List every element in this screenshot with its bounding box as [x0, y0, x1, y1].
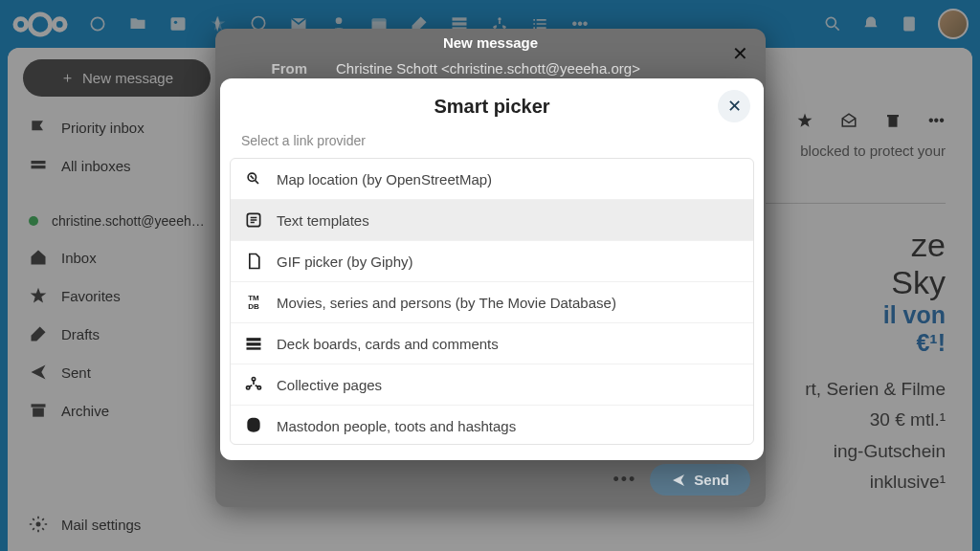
picker-item-gif[interactable]: GIF picker (by Giphy) [231, 241, 753, 282]
close-icon[interactable]: ✕ [732, 42, 748, 65]
deck-icon [244, 334, 263, 353]
tmdb-icon: TMDB [244, 293, 263, 312]
send-button[interactable]: Send [650, 464, 750, 496]
picker-item-label: Collective pages [277, 377, 382, 393]
smart-picker-modal: Smart picker ✕ Select a link provider Ma… [220, 78, 764, 460]
picker-item-label: GIF picker (by Giphy) [277, 253, 413, 270]
svg-point-28 [252, 378, 255, 381]
picker-item-label: Map location (by OpenStreetMap) [277, 171, 492, 187]
from-label: From [254, 60, 307, 77]
picker-item-label: Text templates [277, 212, 369, 229]
send-label: Send [694, 472, 729, 488]
picker-subtitle: Select a link provider [220, 127, 764, 158]
compose-more-icon[interactable]: ••• [612, 470, 636, 490]
picker-list: Map location (by OpenStreetMap) Text tem… [230, 158, 754, 445]
picker-item-movies[interactable]: TMDB Movies, series and persons (by The … [231, 282, 753, 323]
compose-title: New message [215, 29, 766, 55]
close-icon[interactable]: ✕ [718, 90, 750, 122]
picker-item-label: Deck boards, cards and comments [277, 336, 499, 352]
picker-title: Smart picker [239, 96, 745, 118]
text-icon [244, 210, 263, 230]
picker-item-label: Mastodon people, toots and hashtags [277, 418, 516, 434]
svg-rect-26 [247, 342, 261, 345]
picker-item-label: Movies, series and persons (by The Movie… [277, 295, 616, 311]
from-value: Christine Schott <christine.schott@yeeeh… [336, 60, 640, 77]
svg-rect-25 [247, 338, 261, 341]
mastodon-icon [244, 416, 263, 435]
picker-item-map[interactable]: Map location (by OpenStreetMap) [231, 159, 753, 200]
picker-item-deck[interactable]: Deck boards, cards and comments [231, 323, 753, 364]
file-icon [244, 252, 263, 271]
svg-rect-27 [247, 347, 261, 350]
picker-item-text-templates[interactable]: Text templates [231, 200, 753, 241]
picker-item-collective[interactable]: Collective pages [231, 364, 753, 406]
collective-icon [244, 375, 263, 394]
map-search-icon [244, 169, 263, 188]
picker-item-mastodon[interactable]: Mastodon people, toots and hashtags [231, 406, 753, 445]
